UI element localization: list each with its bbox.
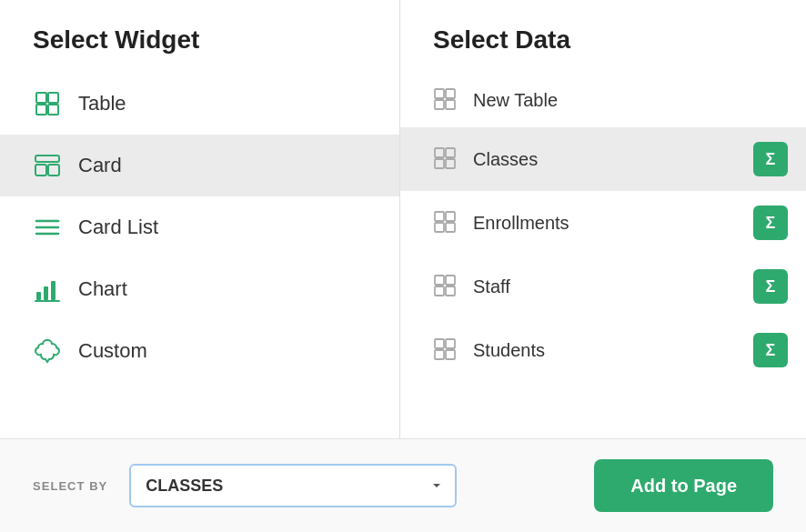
svg-rect-26 — [435, 276, 444, 285]
classes-sigma-badge: Σ — [753, 142, 788, 176]
svg-rect-5 — [35, 165, 46, 176]
chart-icon — [33, 275, 62, 304]
widget-panel-title: Select Widget — [0, 0, 399, 73]
table-icon — [33, 89, 62, 118]
staff-icon — [433, 274, 458, 299]
svg-rect-16 — [435, 100, 444, 109]
data-item-classes[interactable]: Classes Σ — [400, 127, 806, 191]
data-panel: Select Data New Table — [400, 0, 806, 438]
svg-rect-17 — [446, 100, 455, 109]
data-list: New Table Classes Σ — [400, 73, 806, 438]
students-sigma-badge: Σ — [753, 333, 788, 367]
svg-rect-21 — [446, 159, 455, 168]
svg-rect-4 — [35, 156, 59, 162]
widget-item-card-list[interactable]: Card List — [0, 196, 399, 258]
svg-rect-23 — [446, 212, 455, 221]
enrollments-sigma-badge: Σ — [753, 206, 788, 240]
widget-item-table[interactable]: Table — [0, 73, 399, 135]
data-item-enrollments[interactable]: Enrollments Σ — [400, 191, 806, 255]
svg-rect-30 — [435, 339, 444, 348]
custom-icon — [33, 336, 62, 366]
card-icon — [33, 151, 62, 180]
data-panel-title: Select Data — [400, 0, 806, 73]
svg-rect-1 — [48, 93, 58, 103]
svg-rect-32 — [435, 350, 444, 359]
new-table-icon — [433, 87, 458, 113]
svg-rect-2 — [36, 105, 46, 115]
widget-item-custom[interactable]: Custom — [0, 320, 399, 382]
svg-rect-20 — [435, 159, 444, 168]
classes-icon — [433, 146, 458, 172]
widget-item-table-label: Table — [78, 92, 126, 115]
svg-rect-11 — [44, 286, 48, 300]
svg-rect-0 — [36, 93, 46, 103]
svg-rect-27 — [446, 276, 455, 285]
svg-rect-12 — [51, 281, 55, 300]
svg-rect-25 — [446, 223, 455, 232]
card-list-icon — [33, 213, 62, 242]
widget-item-chart[interactable]: Chart — [0, 258, 399, 320]
svg-rect-18 — [435, 148, 444, 157]
staff-sigma-badge: Σ — [753, 269, 788, 304]
svg-rect-24 — [435, 223, 444, 232]
select-by-dropdown[interactable]: CLASSES ENROLLMENTS STAFF STUDENTS — [129, 464, 457, 507]
svg-rect-31 — [446, 339, 455, 348]
svg-rect-3 — [48, 105, 58, 115]
data-item-students-label: Students — [473, 340, 746, 361]
widget-item-card-list-label: Card List — [78, 216, 158, 239]
widget-item-card[interactable]: Card — [0, 135, 399, 196]
svg-rect-10 — [36, 292, 41, 300]
widget-item-chart-label: Chart — [78, 277, 127, 301]
dropdown-wrapper: CLASSES ENROLLMENTS STAFF STUDENTS — [129, 464, 457, 507]
add-to-page-button[interactable]: Add to Page — [594, 459, 773, 512]
svg-rect-22 — [435, 212, 444, 221]
data-item-new-table[interactable]: New Table — [400, 73, 806, 127]
svg-rect-29 — [446, 286, 455, 296]
select-by-label: SELECT BY — [33, 479, 107, 493]
data-item-staff-label: Staff — [473, 276, 746, 297]
enrollments-icon — [433, 210, 458, 236]
data-item-new-table-label: New Table — [473, 90, 788, 111]
svg-rect-33 — [446, 350, 455, 359]
data-item-enrollments-label: Enrollments — [473, 213, 746, 234]
students-icon — [433, 337, 458, 363]
footer: SELECT BY CLASSES ENROLLMENTS STAFF STUD… — [0, 438, 806, 532]
svg-rect-28 — [435, 286, 444, 296]
data-item-staff[interactable]: Staff Σ — [400, 255, 806, 318]
data-item-students[interactable]: Students Σ — [400, 318, 806, 382]
svg-rect-6 — [48, 165, 59, 176]
svg-rect-14 — [435, 89, 444, 98]
widget-panel: Select Widget Table — [0, 0, 400, 438]
widget-item-card-label: Card — [78, 154, 122, 177]
data-item-classes-label: Classes — [473, 149, 746, 170]
svg-rect-15 — [446, 89, 455, 98]
svg-rect-19 — [446, 148, 455, 157]
widget-item-custom-label: Custom — [78, 339, 147, 363]
widget-list: Table Card — [0, 73, 399, 438]
